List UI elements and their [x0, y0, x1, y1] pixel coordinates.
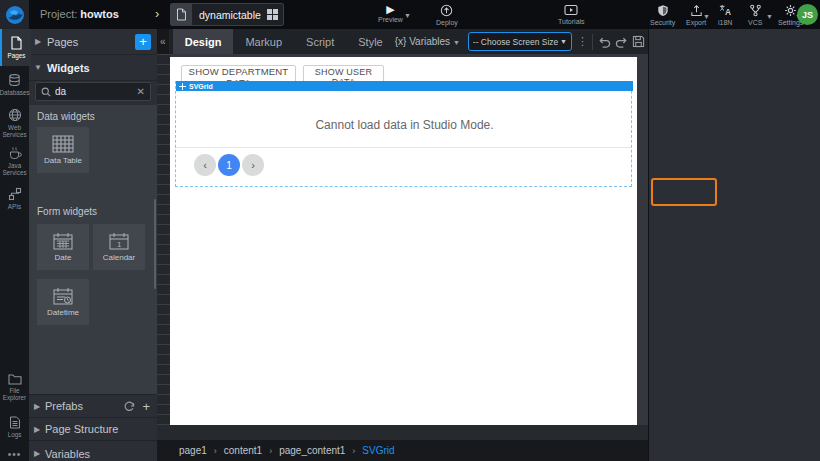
- properties-panel: [648, 29, 820, 461]
- tab-design[interactable]: Design: [173, 29, 234, 54]
- widget-tile-date[interactable]: Date: [37, 224, 89, 270]
- breadcrumb-page-content1[interactable]: page_content1: [279, 445, 345, 456]
- undo-button[interactable]: [596, 36, 613, 48]
- vcs-label: VCS: [748, 19, 762, 26]
- tutorials-button[interactable]: Tutorials: [558, 4, 585, 25]
- play-icon: ▶: [386, 4, 394, 14]
- panel-scrollbar[interactable]: [154, 199, 156, 289]
- wavemaker-logo-icon: [5, 5, 25, 25]
- prefabs-section-header[interactable]: ▶ Prefabs +: [29, 394, 157, 417]
- widget-tile-datetime[interactable]: Datetime: [37, 279, 89, 325]
- collapsed-caret-icon: ▶: [29, 449, 45, 458]
- pages-section-label: Pages: [47, 36, 78, 48]
- widget-search-input[interactable]: [51, 86, 137, 97]
- tutorials-label: Tutorials: [558, 18, 585, 25]
- chevron-right-icon: ›: [155, 6, 159, 21]
- add-page-button[interactable]: +: [135, 34, 151, 50]
- data-table-icon: [52, 135, 74, 153]
- datetime-icon: [53, 287, 73, 305]
- tab-markup[interactable]: Markup: [233, 29, 294, 54]
- search-icon: [41, 87, 51, 97]
- clear-search-icon[interactable]: ✕: [137, 86, 145, 97]
- export-icon: [690, 4, 703, 17]
- user-avatar[interactable]: JS: [797, 4, 818, 25]
- rail-item-databases[interactable]: Databases: [0, 66, 29, 104]
- collapse-left-panel-button[interactable]: «: [157, 29, 169, 54]
- screen-size-select[interactable]: -- Choose Screen Size -- ▼: [468, 32, 572, 51]
- selected-table-widget[interactable]: SVGrid Cannot load data in Studio Mode. …: [175, 81, 632, 187]
- add-prefab-icon[interactable]: +: [142, 401, 150, 412]
- save-icon: [632, 35, 645, 48]
- i18n-button[interactable]: A i18N: [718, 4, 732, 26]
- refresh-icon[interactable]: [124, 401, 135, 412]
- deploy-button[interactable]: Deploy: [436, 4, 458, 26]
- rail-more-icon[interactable]: •••: [0, 449, 29, 460]
- pages-section-header[interactable]: ▶ Pages +: [29, 29, 157, 55]
- page-tab-dynamictable[interactable]: dynamictable: [170, 3, 284, 26]
- preview-button[interactable]: ▶ Preview: [378, 4, 403, 23]
- export-caret-icon[interactable]: ▼: [703, 13, 710, 20]
- no-data-message: Cannot load data in Studio Mode.: [176, 118, 633, 132]
- logs-icon: [9, 416, 21, 429]
- project-label: Project:: [40, 8, 77, 20]
- calendar-icon: 1: [109, 232, 129, 250]
- widget-list: Data widgets Data Table Form widgets Dat…: [29, 105, 157, 394]
- left-icon-rail: Pages Databases Web Services Java Servic…: [0, 29, 29, 461]
- top-bar: Project: howtos › dynamictable ▶ Preview…: [0, 0, 820, 29]
- widgets-section-header[interactable]: ▼ Widgets: [29, 55, 157, 81]
- pagination-page-1-button[interactable]: 1: [218, 154, 240, 176]
- widget-search[interactable]: ✕: [35, 82, 151, 101]
- page-file-icon: [171, 4, 192, 25]
- tutorials-icon: [564, 4, 578, 16]
- save-button[interactable]: [630, 35, 648, 48]
- widget-selection-bar[interactable]: SVGrid: [176, 81, 633, 91]
- databases-icon: [8, 73, 21, 87]
- translate-icon: A: [718, 4, 732, 17]
- preview-caret-icon[interactable]: ▼: [404, 12, 411, 19]
- rail-item-apis[interactable]: APIs: [0, 180, 29, 218]
- collapsed-caret-icon: ▶: [29, 37, 47, 46]
- tab-script[interactable]: Script: [294, 29, 346, 54]
- pagination-next-button[interactable]: ›: [242, 154, 264, 176]
- redo-button[interactable]: [613, 36, 630, 48]
- breadcrumb-separator-icon: ›: [269, 446, 272, 456]
- rail-item-pages[interactable]: Pages: [0, 29, 31, 66]
- collapsed-caret-icon: ▶: [29, 402, 45, 411]
- data-widgets-label: Data widgets: [37, 111, 95, 122]
- security-button[interactable]: Security: [650, 4, 675, 26]
- pagination-prev-button[interactable]: ‹: [194, 154, 216, 176]
- widget-tile-data-table[interactable]: Data Table: [37, 127, 89, 173]
- vcs-caret-icon[interactable]: ▼: [766, 13, 773, 20]
- design-canvas[interactable]: SHOW DEPARTMENT DATA SHOW USER DATA SVGr…: [170, 57, 637, 425]
- rail-item-java-services[interactable]: Java Services: [0, 142, 29, 180]
- java-services-icon: [8, 146, 22, 160]
- i18n-label: i18N: [718, 19, 732, 26]
- security-label: Security: [650, 19, 675, 26]
- preview-label: Preview: [378, 16, 403, 23]
- breadcrumb-separator-icon: ›: [352, 446, 355, 456]
- table-footer-divider: [176, 147, 631, 148]
- apis-icon: [8, 187, 22, 201]
- rail-item-file-explorer[interactable]: File Explorer: [0, 367, 29, 407]
- variables-section-header[interactable]: ▶ Variables: [29, 440, 157, 461]
- breadcrumb-svgrid[interactable]: SVGrid: [362, 445, 394, 456]
- page-structure-section-header[interactable]: ▶ Page Structure: [29, 417, 157, 440]
- pages-icon: [10, 36, 23, 50]
- kebab-menu-icon[interactable]: ⋮: [576, 35, 589, 48]
- grid-view-icon[interactable]: [262, 9, 283, 20]
- breadcrumb-page1[interactable]: page1: [179, 445, 207, 456]
- rail-item-logs[interactable]: Logs: [0, 409, 29, 445]
- rail-item-web-services[interactable]: Web Services: [0, 104, 29, 142]
- panel-bottom-sections: ▶ Prefabs + ▶ Page Structure ▶ Variables: [29, 394, 157, 461]
- breadcrumb-content1[interactable]: content1: [224, 445, 262, 456]
- vcs-button[interactable]: VCS: [748, 4, 762, 26]
- collapsed-caret-icon: ▶: [29, 425, 45, 434]
- deploy-icon: [440, 4, 453, 17]
- variables-dropdown[interactable]: {x} Variables ▼: [395, 36, 460, 47]
- tab-style[interactable]: Style: [346, 29, 394, 54]
- widget-tile-calendar[interactable]: 1 Calendar: [93, 224, 145, 270]
- wavemaker-logo[interactable]: [0, 0, 29, 29]
- form-widgets-label: Form widgets: [37, 206, 97, 217]
- canvas-toolbar: « Design Markup Script Style {x} Variabl…: [157, 29, 648, 54]
- project-name: howtos: [80, 8, 119, 20]
